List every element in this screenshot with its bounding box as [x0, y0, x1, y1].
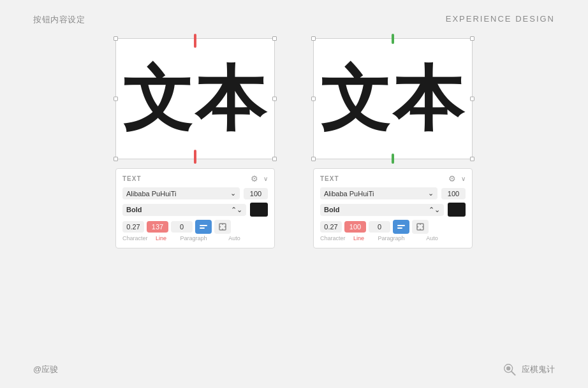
font-family-select-right[interactable]: Alibaba PuHuiTi ⌄ [320, 187, 437, 199]
props-icons-left: ⚙ ∨ [251, 174, 268, 183]
handle-bottom-right[interactable] [272, 157, 277, 161]
font-style-label-left: Bold [126, 206, 142, 213]
cursor-bottom-right [392, 154, 394, 164]
font-style-arrow-left: ⌃⌄ [231, 206, 242, 214]
handle-bottom-right-r[interactable] [470, 157, 474, 161]
line-height-right[interactable]: 100 [344, 221, 366, 233]
font-style-label-right: Bold [324, 206, 339, 213]
chinese-text-left: 文本 [122, 64, 268, 134]
handle-mid-right[interactable] [272, 97, 277, 101]
handle-mid-right-r[interactable] [470, 97, 474, 101]
panel-left: 文本 TEXT ⚙ ∨ Alibaba PuHuiTi ⌄ 100 [115, 38, 275, 248]
footer-left: @应骏 [33, 364, 58, 375]
cursor-bottom-left [194, 150, 196, 164]
style-row-right: Bold ⌃⌄ [320, 203, 466, 217]
logo-icon [503, 363, 517, 377]
handle-top-right[interactable] [272, 36, 277, 41]
handle-mid-left[interactable] [114, 97, 118, 101]
frame-btn-left[interactable] [214, 220, 231, 234]
panels-container: 文本 TEXT ⚙ ∨ Alibaba PuHuiTi ⌄ 100 [0, 0, 588, 248]
frame-icon-right [416, 222, 425, 231]
footer-right-text: 应棋鬼计 [522, 364, 555, 375]
metrics-row-left: 0.27 137 0 [122, 220, 268, 234]
svg-line-16 [511, 371, 515, 375]
font-row-right: Alibaba PuHuiTi ⌄ 100 [320, 187, 466, 199]
metrics-row-right: 0.27 100 0 [320, 220, 466, 234]
font-family-arrow-left: ⌄ [230, 189, 236, 198]
handle-bottom-left[interactable] [114, 157, 118, 161]
labels-row-right: Character Line Paragraph Auto [320, 235, 466, 241]
font-family-select-left[interactable]: Alibaba PuHuiTi ⌄ [122, 187, 240, 199]
props-icons-right: ⚙ ∨ [448, 174, 466, 183]
font-row-left: Alibaba PuHuiTi ⌄ 100 [122, 187, 268, 199]
handle-top-left-r[interactable] [311, 36, 316, 41]
paragraph-right[interactable]: 0 [369, 221, 390, 233]
handle-mid-left-r[interactable] [311, 97, 316, 101]
char-spacing-right[interactable]: 0.27 [320, 221, 342, 233]
style-row-left: Bold ⌃⌄ [122, 203, 268, 217]
chevron-icon-right[interactable]: ∨ [461, 175, 466, 182]
cursor-top-right [392, 34, 394, 44]
gear-icon-left[interactable]: ⚙ [251, 174, 260, 183]
svg-point-15 [506, 366, 510, 370]
align-btn-right[interactable] [393, 220, 409, 234]
chinese-text-right: 文本 [320, 64, 466, 134]
font-size-input-right[interactable]: 100 [441, 188, 466, 199]
frame-icon-left [218, 222, 227, 231]
props-title-right: TEXT [320, 175, 339, 182]
char-label-left: Character [122, 235, 148, 241]
page-subtitle-right: EXPERIENCE DESIGN [446, 14, 555, 24]
color-swatch-left[interactable] [250, 203, 268, 217]
frame-btn-right[interactable] [412, 220, 429, 234]
align-icon-right [397, 222, 406, 231]
chevron-icon-left[interactable]: ∨ [263, 175, 268, 182]
props-panel-right: TEXT ⚙ ∨ Alibaba PuHuiTi ⌄ 100 Bold ⌃⌄ [313, 168, 473, 248]
font-family-arrow-right: ⌄ [428, 189, 434, 198]
footer-bar: @应骏 应棋鬼计 [0, 363, 588, 377]
char-spacing-left[interactable]: 0.27 [122, 221, 144, 233]
font-style-arrow-right: ⌃⌄ [429, 206, 440, 214]
align-icon-left [199, 222, 208, 231]
color-swatch-right[interactable] [448, 203, 466, 217]
char-label-right: Character [320, 235, 346, 241]
props-header-right: TEXT ⚙ ∨ [320, 174, 466, 183]
footer-right: 应棋鬼计 [503, 363, 555, 377]
line-label-left: Line [151, 235, 172, 241]
props-header-left: TEXT ⚙ ∨ [122, 174, 268, 183]
handle-top-left[interactable] [114, 36, 118, 41]
panel-right: 文本 TEXT ⚙ ∨ Alibaba PuHuiTi ⌄ 100 [313, 38, 473, 248]
props-panel-left: TEXT ⚙ ∨ Alibaba PuHuiTi ⌄ 100 Bold ⌃⌄ [115, 168, 275, 248]
para-label-left: Paragraph [175, 235, 213, 241]
auto-label-right: Auto [413, 235, 452, 241]
font-family-label-left: Alibaba PuHuiTi [126, 190, 176, 198]
text-display-left: 文本 [115, 38, 275, 159]
font-size-input-left[interactable]: 100 [244, 188, 268, 199]
svg-rect-7 [397, 225, 405, 226]
page-subtitle-left: 按钮内容设定 [33, 14, 85, 25]
line-height-left[interactable]: 137 [147, 221, 168, 233]
cursor-top-left [194, 34, 196, 48]
svg-rect-0 [200, 225, 207, 226]
auto-label-left: Auto [216, 235, 254, 241]
font-style-select-left[interactable]: Bold ⌃⌄ [122, 204, 246, 216]
align-btn-left[interactable] [195, 220, 212, 234]
font-style-select-right[interactable]: Bold ⌃⌄ [320, 204, 444, 216]
paragraph-left[interactable]: 0 [171, 221, 193, 233]
handle-bottom-left-r[interactable] [311, 157, 316, 161]
svg-rect-1 [200, 227, 205, 229]
line-label-right: Line [348, 235, 370, 241]
handle-top-right-r[interactable] [470, 36, 474, 41]
svg-rect-8 [397, 227, 402, 229]
font-family-label-right: Alibaba PuHuiTi [324, 190, 374, 198]
labels-row-left: Character Line Paragraph Auto [122, 235, 268, 241]
props-title-left: TEXT [122, 175, 142, 182]
para-label-right: Paragraph [372, 235, 411, 241]
text-display-right: 文本 [313, 38, 473, 159]
gear-icon-right[interactable]: ⚙ [448, 174, 457, 183]
